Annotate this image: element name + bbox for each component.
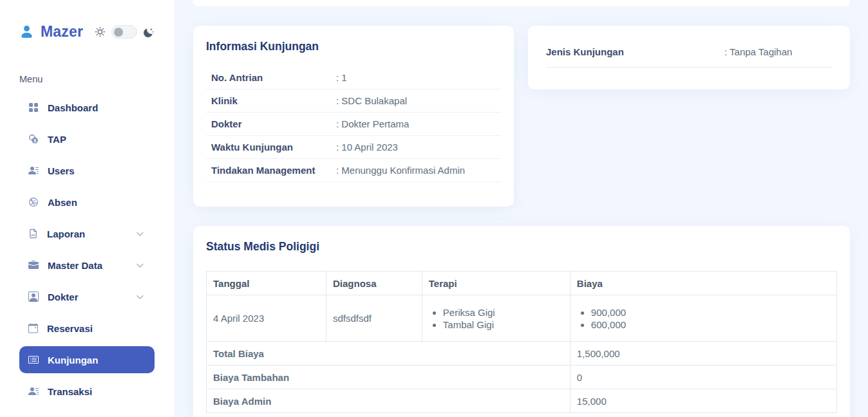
app-logo[interactable]: Mazer [19,23,83,41]
sidebar-item-label: Users [48,165,75,176]
sidebar-item-dashboard[interactable]: Dashboard [19,94,155,121]
cell-terapi: Periksa Gigi Tambal Gigi [422,295,570,342]
sidebar-item-reservasi[interactable]: Reservasi [19,315,155,342]
sidebar-item-label: Dashboard [48,102,98,113]
visit-type-card: Jenis Kunjungan : Tanpa Tagihan [528,26,850,89]
summary-row-total: Total Biaya 1,500,000 [207,342,837,366]
sidebar-item-label: Reservasi [47,323,93,334]
visit-type-label: Jenis Kunjungan [546,46,724,57]
calendar-icon [28,323,38,333]
person-logo-icon [19,24,34,39]
svg-text:$: $ [33,138,36,144]
card-list-icon [28,355,39,365]
theme-switcher [95,25,155,39]
fingerprint-icon [28,197,39,207]
terapi-item: Periksa Gigi [443,307,563,318]
visit-type-value: : Tanpa Tagihan [724,46,792,57]
col-header-biaya: Biaya [570,272,836,295]
sidebar-item-dokter[interactable]: Dokter [19,283,155,310]
sidebar-nav: Dashboard $ TAP Users Absen Laporan [0,94,174,405]
scrolled-card-bottom [193,0,850,6]
summary-value: 0 [570,366,836,389]
terapi-list: Periksa Gigi Tambal Gigi [429,307,563,330]
sidebar-item-label: Absen [48,197,77,208]
summary-value: 15,000 [570,389,836,413]
info-label: Waktu Kunjungan [211,142,336,153]
info-row-tindakan: Tindakan Management : Menunggu Konfirmas… [206,159,501,182]
col-header-terapi: Terapi [422,272,570,295]
medical-status-table: Tanggal Diagnosa Terapi Biaya 4 April 20… [206,271,837,413]
summary-label: Biaya Admin [207,389,571,413]
sidebar-item-label: Transaksi [48,386,92,397]
summary-value: 1,500,000 [570,342,836,366]
visit-type-row: Jenis Kunjungan : Tanpa Tagihan [546,41,832,68]
info-value: : 1 [336,72,347,83]
medical-status-card: Status Medis Poligigi Tanggal Diagnosa T… [193,226,850,417]
moon-stars-icon [143,26,155,38]
sidebar-item-tap[interactable]: $ TAP [19,125,155,153]
summary-row-admin: Biaya Admin 15,000 [207,389,837,413]
chevron-down-icon [136,230,144,238]
cell-diagnosa: sdfsdfsdf [326,295,422,342]
sidebar-item-transaksi[interactable]: Transaksi [19,378,155,405]
sidebar-item-label: Kunjungan [48,355,98,366]
main-content: Informasi Kunjungan No. Antrian : 1 Klin… [174,0,868,417]
info-row-antrian: No. Antrian : 1 [206,66,501,89]
sidebar-header: Mazer [0,0,174,41]
sidebar-item-laporan[interactable]: Laporan [19,220,155,247]
terapi-item: Tambal Gigi [443,319,563,330]
person-badge-icon [28,292,39,302]
coins-icon: $ [28,134,39,144]
medical-status-title: Status Medis Poligigi [206,240,837,254]
info-row-waktu: Waktu Kunjungan : 10 April 2023 [206,136,501,159]
sidebar-item-absen[interactable]: Absen [19,189,155,216]
biaya-item: 600,000 [591,319,830,330]
table-header-row: Tanggal Diagnosa Terapi Biaya [207,272,837,295]
sidebar-item-label: Dokter [48,292,79,302]
biaya-item: 900,000 [591,307,830,318]
info-label: Tindakan Management [211,165,336,176]
file-text-icon [28,228,38,239]
chevron-down-icon [136,261,144,270]
briefcase-icon [28,260,39,270]
info-label: Dokter [211,118,336,129]
info-value: : Menunggu Konfirmasi Admin [336,165,465,176]
app-title: Mazer [41,23,83,41]
theme-toggle[interactable] [111,25,137,39]
info-row-klinik: Klinik : SDC Bulakapal [206,89,501,113]
summary-label: Total Biaya [207,342,571,366]
info-cards-row: Informasi Kunjungan No. Antrian : 1 Klin… [193,26,850,207]
info-label: Klinik [211,95,336,106]
sidebar-item-label: TAP [48,134,66,145]
chevron-down-icon [136,293,144,301]
info-value: : SDC Bulakapal [336,95,407,106]
grid-icon [28,102,39,113]
cell-tanggal: 4 April 2023 [207,295,326,342]
sidebar-item-master-data[interactable]: Master Data [19,252,155,279]
person-lines-icon [28,165,39,176]
info-row-dokter: Dokter : Dokter Pertama [206,113,501,136]
sun-icon [95,26,106,37]
sidebar-item-kunjungan[interactable]: Kunjungan [19,346,155,373]
visit-info-card: Informasi Kunjungan No. Antrian : 1 Klin… [193,26,514,207]
info-value: : 10 April 2023 [336,142,398,153]
cell-biaya: 900,000 600,000 [570,295,836,342]
person-lines-icon [28,386,39,396]
biaya-list: 900,000 600,000 [577,307,830,330]
table-row: 4 April 2023 sdfsdfsdf Periksa Gigi Tamb… [207,295,837,342]
info-value: : Dokter Pertama [336,118,409,129]
col-header-diagnosa: Diagnosa [326,272,422,295]
info-label: No. Antrian [211,72,336,83]
sidebar: Mazer Menu [0,0,174,417]
summary-row-tambahan: Biaya Tambahan 0 [207,366,837,389]
summary-label: Biaya Tambahan [207,366,571,389]
visit-info-title: Informasi Kunjungan [206,40,501,53]
col-header-tanggal: Tanggal [207,272,326,295]
sidebar-item-users[interactable]: Users [19,157,155,184]
menu-section-label: Menu [0,74,174,84]
sidebar-item-label: Laporan [47,228,85,239]
sidebar-item-label: Master Data [48,260,102,271]
theme-toggle-knob [114,28,123,37]
